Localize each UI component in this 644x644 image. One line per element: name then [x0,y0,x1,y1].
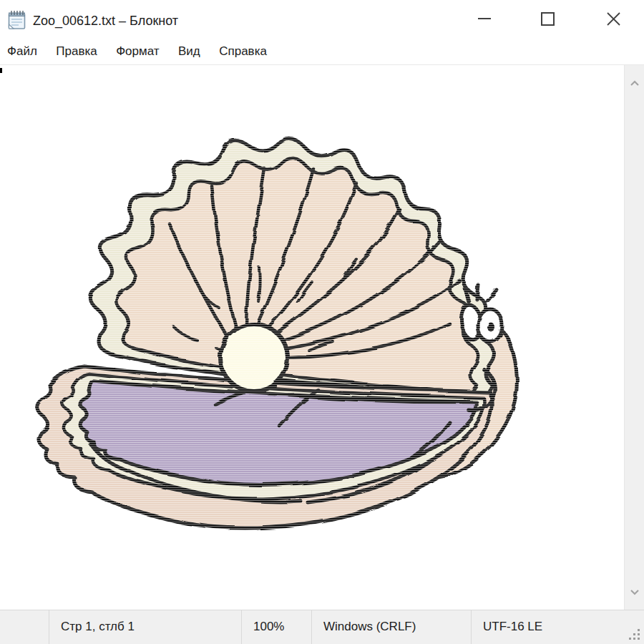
statusbar: Стр 1, стлб 1 100% Windows (CRLF) UTF-16… [0,610,644,644]
text-caret [0,68,2,73]
editor-area[interactable] [0,65,624,610]
clam-eyes [459,285,502,342]
minimize-button[interactable] [464,2,504,35]
status-zoom: 100% [241,610,311,644]
maximize-button[interactable] [527,2,567,35]
minimize-icon [478,18,491,19]
pupil [488,323,495,333]
status-line-endings: Windows (CRLF) [311,610,471,644]
chevron-up-icon [630,80,640,87]
menu-edit[interactable]: Правка [49,40,103,63]
resize-grip-icon[interactable] [628,628,640,640]
maximize-icon [541,12,555,26]
menu-format[interactable]: Формат [109,40,165,63]
vertical-scrollbar[interactable] [624,65,644,610]
status-cursor-position: Стр 1, стлб 1 [49,610,241,644]
titlebar[interactable]: Zoo_00612.txt – Блокнот [0,0,644,40]
chevron-down-icon [630,589,640,595]
notepad-icon [7,9,27,31]
notepad-window: Zoo_00612.txt – Блокнот Файл Правка Форм… [0,0,644,644]
pearl [220,324,288,391]
menu-view[interactable]: Вид [172,40,207,63]
menu-help[interactable]: Справка [213,40,273,63]
menu-file[interactable]: Файл [1,40,44,63]
status-encoding: UTF-16 LE [471,610,644,644]
close-button[interactable] [593,2,633,35]
scroll-up-button[interactable] [625,71,644,95]
close-icon [606,11,621,26]
scroll-down-button[interactable] [625,580,644,604]
menubar: Файл Правка Формат Вид Справка [0,40,644,64]
clam-illustration [21,114,572,544]
status-empty [0,610,49,644]
window-title: Zoo_00612.txt – Блокнот [33,0,178,40]
